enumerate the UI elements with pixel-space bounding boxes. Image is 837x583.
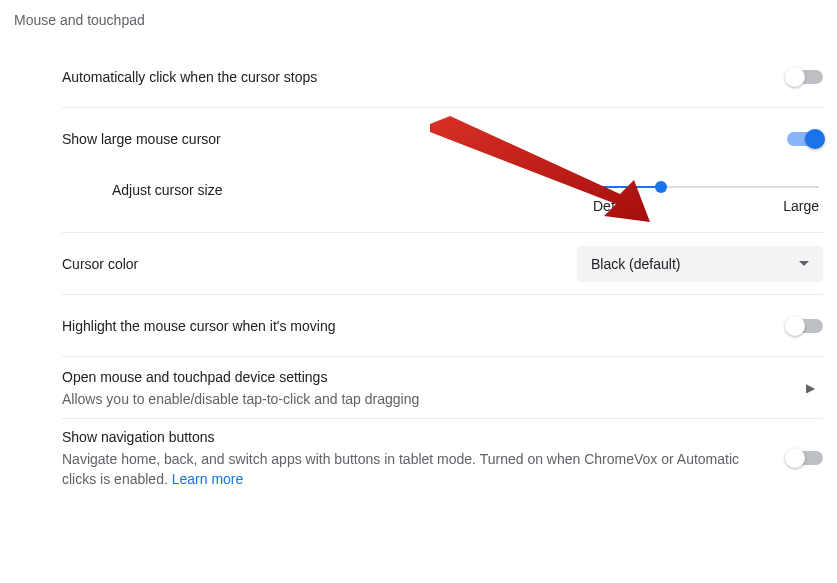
cursor-color-selected: Black (default) bbox=[591, 256, 680, 272]
large-cursor-label: Show large mouse cursor bbox=[62, 129, 771, 149]
learn-more-link[interactable]: Learn more bbox=[172, 471, 244, 487]
cursor-color-select[interactable]: Black (default) bbox=[577, 246, 823, 282]
row-large-cursor: Show large mouse cursor bbox=[62, 108, 823, 170]
slider-thumb[interactable] bbox=[655, 181, 667, 193]
cursor-size-label: Adjust cursor size bbox=[62, 180, 362, 198]
nav-buttons-toggle[interactable] bbox=[787, 451, 823, 465]
cursor-size-slider[interactable] bbox=[593, 186, 819, 188]
device-settings-sub: Allows you to enable/disable tap-to-clic… bbox=[62, 389, 790, 409]
autoclick-toggle[interactable] bbox=[787, 70, 823, 84]
nav-buttons-sub: Navigate home, back, and switch apps wit… bbox=[62, 449, 771, 489]
slider-min-label: Default bbox=[593, 198, 637, 214]
settings-content: Automatically click when the cursor stop… bbox=[0, 46, 837, 497]
row-nav-buttons: Show navigation buttons Navigate home, b… bbox=[62, 419, 823, 497]
row-autoclick: Automatically click when the cursor stop… bbox=[62, 46, 823, 108]
large-cursor-toggle[interactable] bbox=[787, 132, 823, 146]
cursor-color-label: Cursor color bbox=[62, 254, 561, 274]
row-cursor-color: Cursor color Black (default) bbox=[62, 233, 823, 295]
dropdown-caret-icon bbox=[799, 261, 809, 266]
highlight-moving-label: Highlight the mouse cursor when it's mov… bbox=[62, 316, 771, 336]
chevron-right-icon: ▶ bbox=[806, 381, 823, 395]
row-highlight-moving: Highlight the mouse cursor when it's mov… bbox=[62, 295, 823, 357]
row-cursor-size: Adjust cursor size Default Large bbox=[62, 170, 823, 233]
section-title: Mouse and touchpad bbox=[0, 0, 837, 46]
highlight-moving-toggle[interactable] bbox=[787, 319, 823, 333]
slider-max-label: Large bbox=[783, 198, 819, 214]
device-settings-label: Open mouse and touchpad device settings bbox=[62, 367, 790, 387]
autoclick-label: Automatically click when the cursor stop… bbox=[62, 67, 771, 87]
nav-buttons-label: Show navigation buttons bbox=[62, 427, 771, 447]
row-device-settings[interactable]: Open mouse and touchpad device settings … bbox=[62, 357, 823, 419]
